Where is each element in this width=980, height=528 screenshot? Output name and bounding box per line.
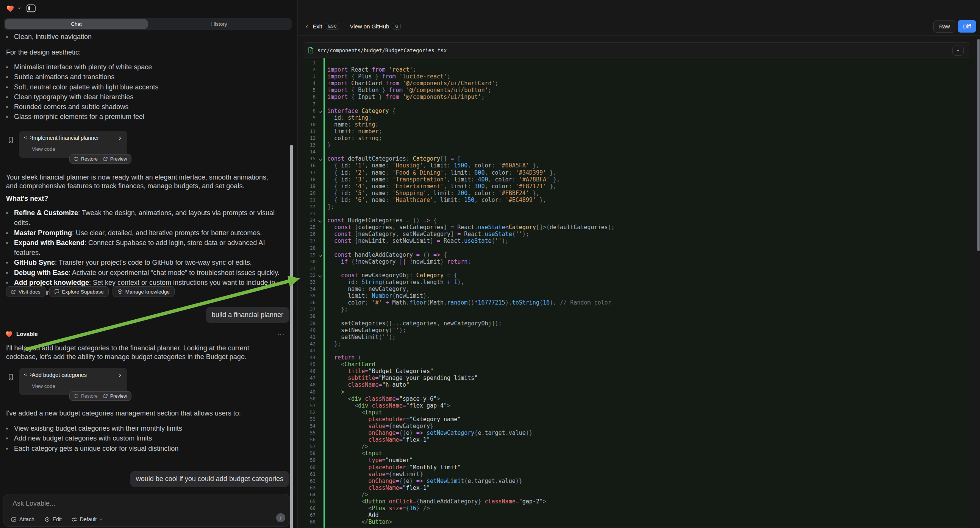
code-line: 4import ChartCard from '@/components/ui/… [303,80,970,87]
fold-chevron-icon[interactable] [318,219,322,223]
chevron-up-icon [956,48,960,52]
code-line: 42 }; [303,340,970,347]
toggle-sidebar-icon[interactable] [27,4,36,13]
view-code-link[interactable]: View code [32,146,55,152]
more-options-icon[interactable]: ··· [277,331,285,338]
fold-chevron-icon[interactable] [318,253,322,257]
code-line: 6import { Input } from '@/components/ui/… [303,94,970,100]
chat-history-tabs: Chat History [4,18,292,30]
bullet-item: View existing budget categories with the… [6,423,283,433]
file-diff-card: src/components/budget/BudgetCategories.t… [303,43,970,528]
code-line: 21 { id: '6', name: 'Healthcare', limit:… [303,197,970,204]
code-line: 11 limit: number; [303,128,970,135]
bullet-item: Clean, intuitive navigation [6,32,283,42]
chevron-down-icon [99,517,103,522]
code-line: 24const BudgetCategories = () => { [303,217,970,224]
target-icon [45,517,50,522]
code-line: 62 onChange={(e) => setNewLimit(e.target… [303,478,970,484]
visit-docs-button[interactable]: Visit docs [6,286,45,297]
code-line: 56 className="flex-1" [303,436,970,443]
bullet-item: Master Prompting: Use clear, detailed, a… [6,228,283,238]
raw-toggle-button[interactable]: Raw [934,20,955,33]
code-line: 58 <Input [303,450,970,457]
fold-chevron-icon[interactable] [318,157,322,161]
code-line: 28 [303,245,970,251]
chat-scrollbar[interactable] [290,145,293,528]
suggestion-buttons-row: Visit docs Explore Supabase Manage knowl… [6,286,175,297]
explore-supabase-button[interactable]: Explore Supabase [49,286,109,297]
bullet-item: Rounded corners and subtle shadows [6,102,283,112]
code-line: 9 id: string; [303,115,970,121]
code-line: 22]; [303,204,970,210]
code-line: 49 > [303,389,970,396]
send-arrow-icon: ↑ [280,515,282,521]
chat-input[interactable] [13,499,240,507]
code-line: 30 if (!newCategory || !newLimit) return… [303,258,970,265]
code-line: 13} [303,142,970,148]
back-chevron-icon[interactable]: ‹ [306,22,308,30]
model-selector[interactable]: Default [72,516,103,522]
whats-next-heading: What's next? [6,195,48,203]
code-line: 7 [303,101,970,108]
g-key-badge: G [393,23,401,30]
chevron-right-icon [118,135,123,141]
code-editor: 12import React from 'react';3import { Pl… [303,59,970,525]
added-section-intro: I've added a new budget categories manag… [6,409,280,418]
fold-chevron-icon[interactable] [318,274,322,277]
file-header[interactable]: src/components/budget/BudgetCategories.t… [303,43,970,58]
code-line: 12 color: string; [303,135,970,142]
code-line: 53 placeholder="Category name" [303,416,970,423]
preview-button[interactable]: Preview [103,394,127,399]
bullet-item: Soft, neutral color palette with light b… [6,82,283,92]
collapse-file-button[interactable] [952,45,964,56]
attach-button[interactable]: Attach [11,516,35,522]
restore-preview-chip: Restore Preview [69,154,132,164]
lovable-logo-heart-icon[interactable] [6,5,14,12]
assistant-name: Lovable [16,331,38,337]
edit-mode-button[interactable]: Edit [45,516,62,522]
bookmark-icon[interactable] [8,373,14,381]
lovable-heart-icon [5,330,13,337]
code-line: 23 [303,210,970,217]
exit-button[interactable]: Exit [312,23,322,30]
fold-chevron-icon[interactable] [318,109,322,113]
code-scrollbar[interactable] [977,39,980,251]
code-line: 35 limit: Number(newLimit), [303,293,970,299]
manage-knowledge-button[interactable]: Manage knowledge [113,286,175,297]
code-line: 61 value={newLimit} [303,471,970,478]
restore-button[interactable]: Restore [74,156,98,162]
composer: Attach Edit Default ↑ [3,494,290,527]
design-bullet-list: Minimalist interface with plenty of whit… [6,62,283,122]
code-panel: ‹ Exit ESC View on GitHub G Raw Diff src… [298,0,980,528]
view-code-link[interactable]: View code [32,383,55,389]
code-line: 60 placeholder="Monthly limit" [303,464,970,471]
code-line: 55 onChange={(e) => setNewCategory(e.tar… [303,429,970,436]
code-line: 27 const [newLimit, setNewLimit] = React… [303,237,970,244]
tab-history[interactable]: History [148,19,291,29]
preview-button[interactable]: Preview [103,156,127,162]
code-line: 52 <Input [303,409,970,416]
diff-toggle-button[interactable]: Diff [958,20,976,33]
code-line: 31 [303,265,970,272]
code-line: 37 }; [303,306,970,313]
bookmark-icon[interactable] [8,136,14,144]
code-line: 51 <div className="flex gap-4"> [303,402,970,409]
logo-chevron-down-icon[interactable] [17,6,22,11]
view-on-github-button[interactable]: View on GitHub [350,23,389,30]
code-line: 40 setNewCategory(''); [303,327,970,334]
code-line: 32 const newCategoryObj: Category = { [303,272,970,279]
code-line: 43 [303,347,970,354]
user-message-build-planner: build a financial planner [206,307,290,323]
code-line: 46 title="Budget Categories" [303,368,970,375]
esc-key-badge: ESC [326,23,339,30]
code-line: 18 { id: '3', name: 'Transportation', li… [303,176,970,183]
code-line: 45 <ChartCard [303,361,970,368]
bullet-item: Expand with Backend: Connect Supabase to… [6,238,283,258]
image-icon [11,517,17,522]
bullet-item: Minimalist interface with plenty of whit… [6,62,283,72]
tab-chat[interactable]: Chat [5,19,148,29]
send-button[interactable]: ↑ [276,513,285,522]
restore-button[interactable]: Restore [74,394,98,399]
whats-next-list: Refine & Customize: Tweak the design, an… [6,208,283,298]
code-line: 39 setCategories([...categories, newCate… [303,320,970,327]
